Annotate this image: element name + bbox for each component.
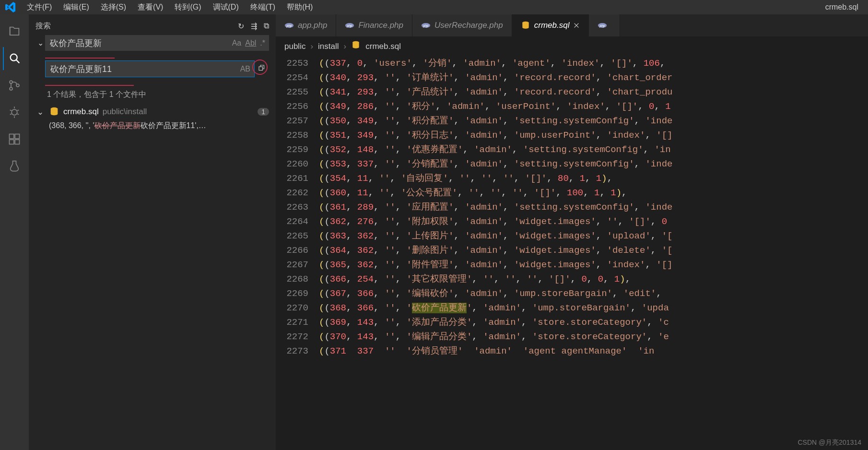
menu-item[interactable]: 终端(T)	[245, 3, 281, 11]
refresh-icon[interactable]: ↻	[238, 22, 244, 31]
menu-item[interactable]: 转到(G)	[169, 3, 207, 11]
breadcrumb[interactable]: public›install›crmeb.sql	[276, 36, 868, 56]
vscode-logo-icon	[4, 0, 17, 14]
svg-text:php: php	[599, 24, 605, 28]
svg-rect-14	[15, 140, 19, 144]
svg-rect-15	[15, 134, 19, 139]
menu-item[interactable]: 编辑(E)	[58, 3, 94, 11]
svg-line-10	[10, 114, 12, 115]
toggle-replace-chevron-icon[interactable]: ⌄	[35, 38, 45, 47]
svg-rect-16	[259, 67, 263, 71]
menubar: 文件(F)编辑(E)选择(S)查看(V)转到(G)调试(D)终端(T)帮助(H)…	[0, 0, 868, 14]
breadcrumb-segment[interactable]: public	[284, 42, 305, 51]
match-word-icon[interactable]: Abl	[245, 39, 256, 47]
search-panel: 搜索 ↻ ⇶ ⧉ ⌄ Aa Abl .* AB	[29, 14, 276, 450]
result-file-row[interactable]: ⌄ crmeb.sql public\install 1	[29, 105, 276, 119]
database-icon	[351, 40, 361, 52]
preserve-case-icon[interactable]: AB	[240, 65, 250, 73]
tab-bar: phpapp.phpphpFinance.phpphpUserRecharge.…	[276, 14, 868, 36]
svg-point-4	[16, 84, 19, 87]
svg-point-5	[12, 109, 17, 115]
new-editor-icon[interactable]: ⧉	[264, 22, 269, 31]
svg-point-3	[10, 87, 12, 90]
svg-rect-13	[10, 140, 14, 144]
result-match-line[interactable]: (368, 366, '', '砍价产品更新砍价产品更新11',…	[29, 119, 276, 133]
editor-area: phpapp.phpphpFinance.phpphpUserRecharge.…	[276, 14, 868, 450]
replace-input[interactable]	[46, 61, 236, 77]
match-new-text: 砍价产品更新11	[141, 121, 195, 130]
tab[interactable]: phpFinance.php	[336, 14, 412, 36]
panel-title: 搜索	[35, 21, 238, 31]
menu-item[interactable]: 帮助(H)	[281, 3, 318, 11]
regex-icon[interactable]: .*	[260, 39, 265, 47]
code-editor[interactable]: 2253((337, 0, 'users', '分销', 'admin', 'a…	[276, 56, 868, 450]
debug-icon[interactable]	[3, 101, 26, 124]
database-icon	[49, 107, 59, 117]
svg-line-8	[10, 110, 12, 110]
close-icon[interactable]	[573, 22, 580, 29]
extensions-icon[interactable]	[3, 128, 26, 151]
svg-line-1	[16, 60, 19, 63]
activity-bar	[0, 14, 29, 450]
svg-text:php: php	[286, 24, 292, 28]
watermark: CSDN @月亮201314	[798, 438, 862, 447]
svg-line-9	[17, 110, 19, 110]
menu-item[interactable]: 文件(F)	[21, 3, 58, 11]
result-file-name: crmeb.sql	[63, 107, 99, 117]
search-input[interactable]	[45, 35, 228, 51]
svg-point-0	[11, 54, 17, 61]
clear-icon[interactable]: ⇶	[251, 22, 257, 31]
menu-item[interactable]: 选择(S)	[95, 3, 132, 11]
svg-rect-12	[10, 134, 14, 139]
svg-text:php: php	[347, 24, 352, 28]
svg-point-2	[10, 81, 12, 83]
menu-item[interactable]: 调试(D)	[207, 3, 245, 11]
breadcrumb-segment[interactable]: crmeb.sql	[365, 42, 401, 51]
chevron-down-icon: ⌄	[35, 107, 45, 117]
tab[interactable]: php	[589, 14, 620, 36]
match-case-icon[interactable]: Aa	[232, 39, 242, 47]
result-file-path: public\install	[103, 107, 147, 117]
scm-icon[interactable]	[3, 74, 26, 97]
tab[interactable]: crmeb.sql	[512, 14, 589, 36]
svg-text:php: php	[422, 24, 428, 28]
explorer-icon[interactable]	[3, 20, 26, 43]
replace-all-icon[interactable]	[255, 62, 269, 76]
title-filename: crmeb.sql	[825, 3, 864, 12]
breadcrumb-segment[interactable]: install	[318, 42, 339, 51]
match-old-text: 砍价产品更新	[94, 121, 141, 130]
svg-line-11	[17, 114, 19, 115]
menu-item[interactable]: 查看(V)	[132, 3, 169, 11]
tab[interactable]: phpUserRecharge.php	[412, 14, 512, 36]
result-count-badge: 1	[258, 108, 269, 116]
result-count-label: 1 个结果，包含于 1 个文件中	[29, 88, 276, 105]
testing-icon[interactable]	[3, 154, 26, 178]
search-icon[interactable]	[3, 47, 26, 70]
tab[interactable]: phpapp.php	[276, 14, 336, 36]
